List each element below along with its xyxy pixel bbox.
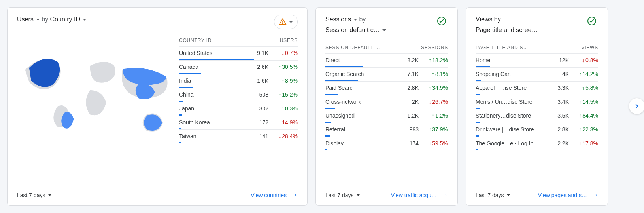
arrow-right-icon: → [291, 191, 298, 199]
table-row[interactable]: Home12K↓0.8% [476, 53, 598, 67]
period-selector[interactable]: Last 7 days [17, 192, 52, 198]
arrow-up-icon: ↑ [429, 57, 431, 63]
card-footer: Last 7 days View countries → [8, 185, 307, 205]
row-delta-value: 18.2% [432, 57, 448, 63]
row-value: 2.2K [547, 140, 569, 146]
table-row[interactable]: Drinkware |…dise Store2.8K↑22.3% [476, 123, 598, 137]
period-label: Last 7 days [325, 192, 354, 198]
row-delta-value: 14.5% [582, 99, 598, 105]
table-rows: United States9.1K↓0.7%Canada2.6K↑30.5%In… [179, 46, 298, 143]
row-label: Drinkware |…dise Store [476, 126, 547, 133]
arrow-right-icon: → [441, 191, 448, 199]
row-delta: ↑5.8% [569, 85, 598, 91]
dimension-selector[interactable]: Page title and scree… [476, 25, 538, 36]
arrow-up-icon: ↑ [582, 85, 585, 91]
metric-selector[interactable]: Views by [476, 15, 501, 25]
status-badge[interactable] [585, 15, 598, 27]
metric-selector[interactable]: Sessions [325, 15, 357, 25]
check-circle-icon [437, 16, 446, 26]
table-rows: Direct8.2K↑18.2%Organic Search7.1K↑8.1%P… [316, 53, 457, 185]
metric-label: Sessions [325, 15, 351, 24]
row-delta: ↓14.9% [268, 119, 298, 126]
table-row[interactable]: Men's / Un…dise Store3.4K↑14.5% [476, 95, 598, 109]
table-row[interactable]: Organic Search7.1K↑8.1% [325, 67, 448, 81]
row-delta: ↓28.4% [268, 133, 298, 139]
row-delta-value: 17.8% [582, 140, 598, 146]
table-row[interactable]: Stationery…dise Store3.5K↑84.4% [476, 109, 598, 123]
row-label: Apparel | …ise Store [476, 85, 547, 91]
row-delta: ↑22.3% [569, 126, 598, 133]
table-row[interactable]: United States9.1K↓0.7% [179, 46, 298, 60]
arrow-up-icon: ↑ [281, 78, 284, 84]
card-users-by-country: Users by Country ID [7, 7, 308, 206]
row-delta-value: 1.2% [435, 112, 448, 119]
period-selector[interactable]: Last 7 days [325, 192, 360, 198]
carousel-next-button[interactable] [629, 98, 644, 114]
table-row[interactable]: China508↑15.2% [179, 88, 298, 102]
table-row[interactable]: Referral993↑37.9% [325, 123, 448, 137]
dimension-selector[interactable]: Country ID [50, 15, 87, 25]
card-sessions-by-channel: Sessions by Session default c… SESSION D… [315, 7, 458, 206]
table-row[interactable]: India1.6K↑8.9% [179, 74, 298, 88]
card-footer: Last 7 days View traffic acqu… → [316, 185, 457, 205]
view-link[interactable]: View pages and s… → [538, 191, 598, 199]
arrow-down-icon: ↓ [582, 57, 585, 63]
row-value: 4K [547, 71, 569, 77]
row-value: 141 [246, 133, 268, 139]
row-delta: ↑15.2% [268, 91, 298, 98]
table-row[interactable]: Unassigned1.2K↑1.2% [325, 109, 448, 123]
chevron-right-icon [633, 103, 640, 110]
view-link-label: View countries [251, 192, 287, 198]
chevron-down-icon [48, 194, 52, 196]
card-footer: Last 7 days View pages and s… → [466, 185, 608, 205]
row-label: Men's / Un…dise Store [476, 99, 547, 105]
row-delta: ↑30.5% [268, 64, 298, 70]
chevron-down-icon [356, 194, 360, 196]
arrow-up-icon: ↑ [281, 106, 284, 111]
row-label: Stationery…dise Store [476, 112, 547, 119]
table-header: PAGE TITLE AND S… VIEWS [466, 36, 608, 53]
metric-selector[interactable]: Users [17, 15, 40, 25]
table-row[interactable]: The Google…e - Log In2.2K↓17.8% [476, 137, 598, 150]
status-badge[interactable] [435, 15, 448, 27]
status-dropdown[interactable] [274, 15, 298, 29]
row-delta: ↓0.8% [569, 57, 598, 63]
table-row[interactable]: Canada2.6K↑30.5% [179, 60, 298, 74]
table-header-left: COUNTRY ID [179, 38, 212, 43]
table-row[interactable]: Apparel | …ise Store3.3K↑5.8% [476, 81, 598, 95]
by-text: by [42, 16, 48, 23]
world-map-svg [17, 37, 179, 156]
arrow-up-icon: ↑ [579, 113, 582, 118]
table-row[interactable]: Direct8.2K↑18.2% [325, 53, 448, 67]
row-label: South Korea [179, 119, 246, 126]
row-delta: ↑14.2% [569, 71, 598, 77]
table-row[interactable]: Cross-network2K↓26.7% [325, 95, 448, 109]
view-link-label: View pages and s… [538, 192, 587, 198]
row-value: 174 [397, 140, 419, 146]
arrow-up-icon: ↑ [429, 127, 431, 132]
row-label: Referral [325, 126, 397, 133]
chevron-down-icon [83, 19, 87, 21]
table-row[interactable]: Japan302↑0.3% [179, 102, 298, 116]
arrow-down-icon: ↓ [579, 141, 582, 146]
arrow-up-icon: ↑ [579, 71, 582, 77]
row-label: Home [476, 57, 547, 63]
table-row[interactable]: Taiwan141↓28.4% [179, 129, 298, 143]
view-link[interactable]: View traffic acqu… → [391, 191, 448, 199]
table-row[interactable]: Display174↓59.5% [325, 137, 448, 150]
row-delta-value: 8.1% [435, 71, 448, 77]
period-label: Last 7 days [476, 192, 504, 198]
dimension-selector[interactable]: Session default c… [325, 25, 386, 36]
row-delta-value: 84.4% [582, 112, 598, 119]
table-row[interactable]: Shopping Cart4K↑14.2% [476, 67, 598, 81]
table-row[interactable]: South Korea172↓14.9% [179, 116, 298, 129]
row-delta-value: 0.3% [285, 105, 298, 112]
table-row[interactable]: Paid Search2.8K↑34.9% [325, 81, 448, 95]
view-link[interactable]: View countries → [251, 191, 298, 199]
period-selector[interactable]: Last 7 days [476, 192, 510, 198]
row-delta-value: 15.2% [282, 91, 298, 98]
dimension-label: Page title and scree… [476, 25, 538, 35]
world-map[interactable] [17, 37, 179, 156]
row-bar [325, 149, 327, 150]
view-link-label: View traffic acqu… [391, 192, 437, 198]
